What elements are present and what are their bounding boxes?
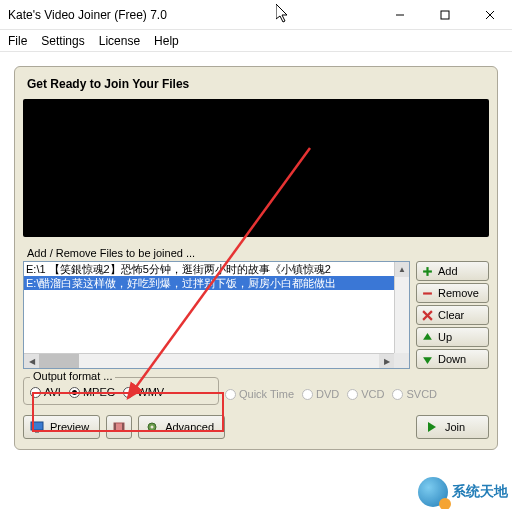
preview-label: Preview xyxy=(50,421,89,433)
radio-icon xyxy=(123,387,134,398)
radio-icon xyxy=(30,387,41,398)
watermark: 系统天地 xyxy=(418,477,508,507)
radio-mpeg[interactable]: MPEG xyxy=(69,386,115,398)
window-title: Kate's Video Joiner (Free) 7.0 xyxy=(8,8,377,22)
join-button[interactable]: Join xyxy=(416,415,489,439)
minimize-button[interactable] xyxy=(377,0,422,30)
radio-dvd[interactable]: DVD xyxy=(302,388,339,400)
radio-icon xyxy=(69,387,80,398)
output-format-group: Output format ... AVI MPEG WMV xyxy=(23,377,219,405)
watermark-text: 系统天地 xyxy=(452,483,508,501)
arrow-down-icon xyxy=(422,354,433,365)
up-button[interactable]: Up xyxy=(416,327,489,347)
horizontal-scrollbar[interactable]: ◀ ▶ xyxy=(24,353,394,368)
play-icon xyxy=(425,420,439,434)
arrow-up-icon xyxy=(422,332,433,343)
svg-point-17 xyxy=(151,426,154,429)
video-preview xyxy=(23,99,489,237)
radio-icon xyxy=(347,389,358,400)
clear-button[interactable]: Clear xyxy=(416,305,489,325)
maximize-button[interactable] xyxy=(422,0,467,30)
list-item[interactable]: E:\醋溜白菜这样做，好吃到爆，过拌别下饭，厨房小白都能做出 xyxy=(24,276,394,290)
menu-help[interactable]: Help xyxy=(154,34,179,48)
scroll-left-icon[interactable]: ◀ xyxy=(24,354,39,368)
radio-svcd[interactable]: SVCD xyxy=(392,388,437,400)
scroll-thumb[interactable] xyxy=(39,354,79,368)
clear-label: Clear xyxy=(438,309,464,321)
svg-marker-18 xyxy=(428,422,436,432)
up-label: Up xyxy=(438,331,452,343)
film-icon xyxy=(112,420,126,434)
add-button[interactable]: Add xyxy=(416,261,489,281)
minus-icon xyxy=(422,288,433,299)
svg-rect-12 xyxy=(35,431,39,433)
plus-icon xyxy=(422,266,433,277)
advanced-label: Advanced xyxy=(165,421,214,433)
options-button[interactable] xyxy=(106,415,132,439)
scroll-up-icon[interactable]: ▲ xyxy=(395,262,409,277)
list-item[interactable]: E:\1 【笑銀惊魂2】恐怖5分钟，逛街两小时的故事《小镇惊魂2 xyxy=(24,262,394,276)
svg-rect-11 xyxy=(31,422,43,430)
radio-vcd[interactable]: VCD xyxy=(347,388,384,400)
monitor-icon xyxy=(30,420,44,434)
vertical-scrollbar[interactable]: ▲ xyxy=(394,262,409,353)
x-icon xyxy=(422,310,433,321)
gear-icon xyxy=(145,420,159,434)
titlebar: Kate's Video Joiner (Free) 7.0 xyxy=(0,0,512,30)
remove-label: Remove xyxy=(438,287,479,299)
down-label: Down xyxy=(438,353,466,365)
down-button[interactable]: Down xyxy=(416,349,489,369)
list-buttons: Add Remove Clear Up Down xyxy=(416,261,489,369)
remove-button[interactable]: Remove xyxy=(416,283,489,303)
main-panel: Get Ready to Join Your Files Add / Remov… xyxy=(14,66,498,450)
svg-rect-15 xyxy=(122,423,124,431)
close-button[interactable] xyxy=(467,0,512,30)
svg-marker-9 xyxy=(423,333,432,340)
panel-heading: Get Ready to Join Your Files xyxy=(27,77,485,91)
menu-settings[interactable]: Settings xyxy=(41,34,84,48)
advanced-button[interactable]: Advanced xyxy=(138,415,225,439)
svg-rect-1 xyxy=(441,11,449,19)
menu-file[interactable]: File xyxy=(8,34,27,48)
svg-rect-14 xyxy=(114,423,116,431)
join-label: Join xyxy=(445,421,465,433)
scroll-right-icon[interactable]: ▶ xyxy=(379,354,394,368)
file-listbox[interactable]: E:\1 【笑銀惊魂2】恐怖5分钟，逛街两小时的故事《小镇惊魂2 E:\醋溜白菜… xyxy=(23,261,410,369)
globe-icon xyxy=(418,477,448,507)
radio-quicktime[interactable]: Quick Time xyxy=(225,388,294,400)
radio-icon xyxy=(225,389,236,400)
output-format-label: Output format ... xyxy=(30,370,115,382)
radio-wmv[interactable]: WMV xyxy=(123,386,164,398)
radio-icon xyxy=(392,389,403,400)
window-controls xyxy=(377,0,512,30)
preview-button[interactable]: Preview xyxy=(23,415,100,439)
scroll-corner xyxy=(394,353,409,368)
menu-license[interactable]: License xyxy=(99,34,140,48)
add-label: Add xyxy=(438,265,458,277)
menubar: File Settings License Help xyxy=(0,30,512,52)
svg-marker-10 xyxy=(423,357,432,364)
list-label: Add / Remove Files to be joined ... xyxy=(27,247,485,259)
radio-icon xyxy=(302,389,313,400)
radio-avi[interactable]: AVI xyxy=(30,386,61,398)
